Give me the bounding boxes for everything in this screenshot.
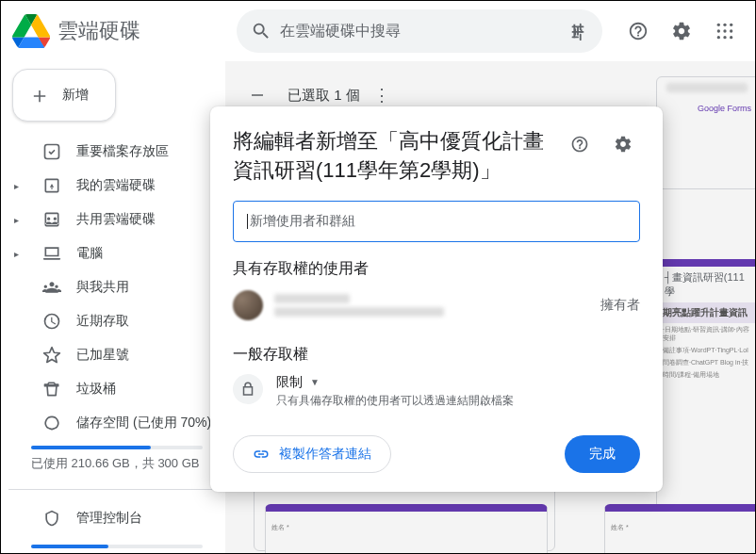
header-bar: 雲端硬碟 在雲端硬碟中搜尋 — [1, 1, 755, 61]
sidebar-item-label: 管理控制台 — [76, 510, 142, 527]
svg-point-5 — [730, 29, 732, 32]
sidebar-item-computers[interactable]: ▸ 電腦 — [8, 236, 225, 270]
sidebar-item-starred[interactable]: ▸ 已加星號 — [8, 338, 225, 372]
svg-point-8 — [730, 36, 732, 39]
svg-point-0 — [717, 24, 720, 26]
avatar — [233, 290, 263, 320]
sidebar-item-label: 垃圾桶 — [76, 381, 116, 398]
sidebar-item-shared-with-me[interactable]: ▸ 與我共用 — [8, 270, 225, 304]
settings-icon[interactable] — [663, 12, 700, 50]
logo-block: 雲端硬碟 — [12, 12, 237, 50]
storage-progress — [31, 446, 203, 449]
app-title[interactable]: 雲端硬碟 — [58, 17, 140, 45]
plus-icon: ＋ — [28, 84, 51, 106]
svg-point-3 — [717, 29, 720, 32]
copy-link-label: 複製作答者連結 — [279, 446, 371, 463]
storage-text: 已使用 210.66 GB，共 300 GB — [31, 455, 203, 472]
search-placeholder: 在雲端硬碟中搜尋 — [280, 22, 559, 41]
sidebar-item-trash[interactable]: ▸ 垃圾桶 — [8, 372, 225, 406]
svg-point-4 — [723, 29, 726, 32]
sidebar-item-recent[interactable]: ▸ 近期存取 — [8, 304, 225, 338]
general-access-label: 一般存取權 — [233, 345, 640, 365]
sidebar-item-label: 與我共用 — [76, 279, 129, 296]
sidebar-item-priority[interactable]: ▸ 重要檔案存放區 — [8, 135, 225, 169]
sidebar-item-shared-drives[interactable]: ▸ 共用雲端硬碟 — [8, 203, 225, 236]
sidebar-item-label: 已加星號 — [76, 347, 129, 364]
help-icon[interactable] — [619, 12, 657, 50]
bottom-progress — [31, 545, 203, 548]
dialog-title: 將編輯者新增至「高中優質化計畫資訊研習(111學年第2學期)」 — [233, 127, 553, 186]
restricted-label: 限制 — [276, 374, 303, 391]
sidebar: ＋ 新增 ▸ 重要檔案存放區 ▸ 我的雲端硬碟 ▸ 共用雲端硬碟 ▸ 電腦 ▸ … — [1, 61, 225, 553]
sidebar-item-admin[interactable]: ▸ 管理控制台 — [8, 501, 225, 535]
done-button[interactable]: 完成 — [565, 435, 640, 473]
new-button[interactable]: ＋ 新增 — [12, 69, 116, 122]
sidebar-item-label: 近期存取 — [76, 313, 129, 330]
drive-logo-icon — [12, 12, 50, 50]
header-actions — [619, 12, 744, 50]
chevron-right-icon: ▸ — [14, 181, 24, 191]
user-row: 擁有者 — [233, 290, 640, 320]
copy-link-button[interactable]: 複製作答者連結 — [233, 435, 391, 473]
search-bar[interactable]: 在雲端硬碟中搜尋 — [237, 9, 602, 53]
sidebar-item-label: 儲存空間 (已使用 70%) — [76, 415, 211, 432]
access-mode-dropdown[interactable]: 限制 ▼ — [276, 374, 640, 391]
chevron-right-icon: ▸ — [14, 249, 24, 259]
sidebar-item-label: 共用雲端硬碟 — [76, 211, 156, 228]
svg-rect-9 — [45, 145, 59, 159]
sidebar-item-storage[interactable]: ▸ 儲存空間 (已使用 70%) — [8, 406, 225, 440]
search-options-icon[interactable] — [559, 12, 597, 50]
owner-label: 擁有者 — [600, 297, 640, 314]
sidebar-item-label: 我的雲端硬碟 — [76, 177, 156, 194]
dialog-help-icon[interactable] — [563, 127, 597, 161]
share-dialog: 將編輯者新增至「高中優質化計畫資訊研習(111學年第2學期)」 新增使用者和群組… — [210, 106, 663, 492]
svg-point-1 — [723, 24, 726, 26]
new-button-label: 新增 — [62, 87, 89, 104]
general-access-row: 限制 ▼ 只有具備存取權的使用者可以透過連結開啟檔案 — [233, 374, 640, 409]
dialog-settings-icon[interactable] — [606, 127, 640, 161]
svg-point-7 — [723, 36, 726, 39]
svg-point-2 — [730, 24, 732, 26]
chevron-down-icon: ▼ — [310, 377, 320, 387]
restricted-desc: 只有具備存取權的使用者可以透過連結開啟檔案 — [276, 393, 640, 409]
chevron-right-icon: ▸ — [14, 215, 24, 225]
sidebar-item-label: 重要檔案存放區 — [76, 143, 169, 160]
sidebar-item-my-drive[interactable]: ▸ 我的雲端硬碟 — [8, 169, 225, 203]
user-info — [274, 290, 589, 320]
lock-icon — [233, 374, 263, 404]
search-icon[interactable] — [242, 12, 280, 50]
add-people-input[interactable]: 新增使用者和群組 — [233, 201, 640, 242]
users-section-label: 具有存取權的使用者 — [233, 259, 640, 279]
sidebar-item-label: 電腦 — [76, 245, 103, 262]
svg-point-6 — [717, 36, 720, 39]
input-placeholder: 新增使用者和群組 — [250, 213, 355, 230]
apps-icon[interactable] — [706, 12, 744, 50]
